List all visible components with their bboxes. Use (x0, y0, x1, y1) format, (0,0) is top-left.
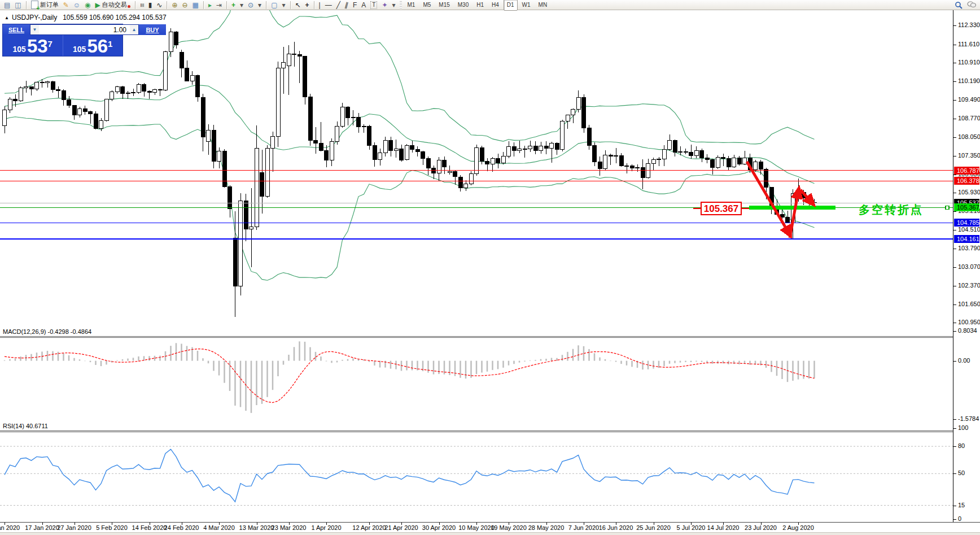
line-chart-icon[interactable]: ∿ (155, 1, 164, 10)
horizontal-line-icon[interactable]: — (323, 1, 334, 10)
period-clock-icon[interactable]: ⊙ (246, 1, 255, 10)
macd-histogram-bar (610, 361, 611, 362)
price-axis[interactable]: 112.330111.610110.910110.190109.490108.7… (953, 10, 980, 522)
macd-histogram-bar (122, 359, 124, 361)
macd-histogram-bar (690, 361, 692, 362)
candle (491, 158, 495, 164)
axis-tick (953, 323, 956, 323)
text-icon[interactable]: A (360, 1, 368, 10)
date-tick-label: 13 Mar 2020 (239, 524, 274, 531)
autotrading-button[interactable]: ▶自动交易 (94, 1, 132, 10)
trend-arrow (747, 162, 790, 236)
macd-histogram-bar (240, 361, 242, 407)
profiles-icon[interactable]: ◫ (13, 1, 23, 10)
arrows-dropdown-icon[interactable]: ▾ (390, 1, 397, 10)
channel-icon[interactable]: ∥ (343, 1, 350, 10)
date-tick-label: 7 Jun 2020 (568, 524, 599, 531)
candle (3, 110, 7, 126)
metaeditor-icon[interactable]: ✎ (62, 1, 71, 10)
ohlc-values: 105.559 105.690 105.294 105.537 (63, 14, 167, 21)
period-dropdown-icon[interactable]: ▾ (256, 1, 263, 10)
tile-windows-icon[interactable]: ▦ (191, 1, 200, 10)
macd-histogram-bar (476, 361, 478, 375)
macd-histogram-bar (674, 361, 676, 363)
search-icon[interactable] (953, 1, 964, 10)
macd-histogram-bar (213, 361, 215, 371)
main-price-pane[interactable]: 105.367多空转折点 (0, 10, 953, 326)
indicators-dropdown-icon[interactable]: ▾ (238, 1, 245, 10)
charts-grid-icon[interactable]: ▤ (2, 1, 12, 10)
rsi-tick-label: 50 (958, 469, 965, 476)
tf-mn-button[interactable]: MN (535, 0, 551, 11)
tf-w1-button[interactable]: W1 (519, 0, 534, 11)
volume-increase-button[interactable]: ▲ (130, 25, 138, 34)
tf-m30-button[interactable]: M30 (454, 0, 472, 11)
new-order-button[interactable]: +新订单 (29, 1, 60, 10)
axis-tick (953, 211, 956, 212)
macd-histogram-bar (605, 359, 606, 361)
zoom-out-icon[interactable]: ⊖ (180, 1, 189, 10)
tf-h4-button[interactable]: H4 (488, 0, 502, 11)
auto-scroll-icon[interactable]: ▸ (207, 1, 213, 10)
rsi-pane[interactable] (0, 422, 953, 522)
tf-m15-button[interactable]: M15 (435, 0, 453, 11)
macd-histogram-bar (320, 356, 322, 361)
candle (147, 91, 151, 92)
candle (201, 97, 205, 137)
cursor-icon[interactable]: ↖ (294, 1, 303, 10)
candle (561, 121, 565, 150)
tf-m1-button[interactable]: M1 (404, 0, 419, 11)
buy-price[interactable]: 105 56 1 (63, 35, 123, 56)
candle (475, 147, 479, 174)
zoom-in-icon[interactable]: ⊕ (170, 1, 179, 10)
macd-histogram-bar (90, 361, 91, 363)
macd-histogram-bar (84, 361, 86, 362)
text-label-icon[interactable]: T (369, 1, 379, 10)
experts-icon[interactable]: ☺ (72, 1, 82, 10)
chart-shift-icon[interactable]: ⇥ (215, 1, 224, 10)
tf-d1-button[interactable]: D1 (504, 0, 518, 11)
vertical-line-icon[interactable]: | (317, 1, 322, 10)
candle (169, 32, 173, 51)
macd-histogram-bar (406, 361, 408, 371)
fibonacci-icon[interactable]: F (351, 1, 358, 10)
macd-histogram-bar (176, 343, 177, 360)
trendline-icon[interactable]: ╱ (335, 1, 342, 10)
sell-price-big-digits: 53 (27, 38, 48, 55)
crosshair-icon[interactable]: + (304, 1, 311, 10)
macd-histogram-bar (116, 360, 118, 361)
candle (764, 169, 768, 188)
date-tick-label: 2 Aug 2020 (782, 524, 814, 531)
candle (72, 106, 76, 115)
candlestick-chart-icon[interactable]: ▮ (147, 1, 154, 10)
template-dropdown-icon[interactable]: ▾ (280, 1, 287, 10)
candle (239, 201, 243, 286)
date-tick-label: 17 Jan 2020 (25, 524, 59, 531)
bar-chart-icon[interactable]: ≡ (138, 1, 146, 10)
axis-tick (953, 25, 956, 26)
axis-tick (953, 119, 956, 119)
arrows-icon[interactable]: ✦ (380, 1, 389, 10)
macd-pane[interactable] (0, 328, 953, 420)
candle (8, 99, 12, 110)
macd-histogram-bar (813, 361, 815, 379)
toolbar-separator (135, 1, 135, 9)
date-axis[interactable]: 8 Jan 202017 Jan 202027 Jan 20205 Feb 20… (0, 522, 980, 532)
indicators-add-icon[interactable]: + (230, 1, 237, 10)
sell-button[interactable]: SELL (3, 24, 30, 35)
signals-icon[interactable]: ◉ (83, 1, 92, 10)
macd-histogram-bar (186, 346, 188, 360)
buy-button[interactable]: BUY (139, 24, 166, 35)
toolbar-drag-handle[interactable] (400, 1, 402, 9)
candle (614, 156, 618, 156)
tf-m5-button[interactable]: M5 (419, 0, 434, 11)
sell-price[interactable]: 105 53 7 (3, 35, 63, 56)
tf-h1-button[interactable]: H1 (473, 0, 487, 11)
candle (679, 151, 683, 152)
candle (40, 82, 44, 83)
volume-input[interactable] (39, 25, 130, 34)
volume-decrease-button[interactable]: ▼ (30, 25, 39, 34)
axis-tick (953, 286, 956, 286)
community-chat-icon[interactable] (965, 1, 978, 10)
template-icon[interactable]: ▢ (269, 1, 279, 10)
